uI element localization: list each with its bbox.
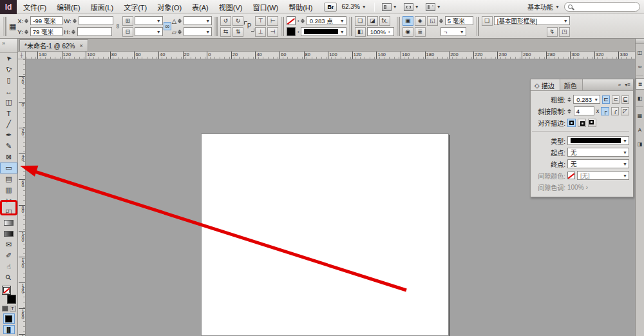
transparency-button[interactable]: ◧ (355, 27, 366, 37)
fx-menu-button[interactable]: fx. (379, 16, 390, 26)
align-right-button[interactable]: ⊣ (267, 27, 278, 37)
corner-size-stepper[interactable] (439, 19, 444, 23)
stroke-type-combo[interactable]: ▼ (567, 136, 629, 145)
gap-color-combo[interactable]: [无] ▼ (577, 171, 629, 180)
stroke-type-combo[interactable]: ▼ (301, 27, 346, 36)
wrap-object-shape-button[interactable]: ◉ (402, 27, 413, 37)
y-stepper[interactable] (24, 30, 29, 34)
pages-panel-icon[interactable]: ◫ (636, 46, 644, 58)
search-box[interactable] (564, 2, 640, 12)
scale-x-combo[interactable]: ▼ (135, 16, 163, 25)
stroke-panel-icon[interactable]: ≣ (636, 78, 644, 90)
note-tool[interactable]: ✉ (0, 239, 17, 250)
align-stroke-outside-button[interactable] (588, 119, 596, 127)
h-stepper[interactable] (71, 30, 76, 34)
scissors-tool[interactable]: ✂ (0, 195, 17, 206)
document-tab[interactable]: *未命名-1 @ 62% × (19, 39, 88, 51)
rotate-cw-button[interactable]: ↻ (232, 16, 243, 26)
toolbox-collapse-chevrons[interactable]: » (0, 39, 17, 53)
gradient-feather-tool[interactable] (0, 228, 17, 239)
wrap-bounding-box-button[interactable]: ◈ (415, 16, 426, 26)
projecting-cap-button[interactable]: ⊑ (621, 95, 629, 104)
page-tool[interactable]: ▯ (0, 75, 17, 86)
gradient-swatch-tool[interactable] (0, 217, 17, 228)
rectangle-frame-tool[interactable]: ⊠ (0, 152, 17, 163)
close-icon[interactable]: × (80, 43, 83, 49)
miter-join-button[interactable]: ┌ (601, 107, 609, 115)
menu-item-8[interactable]: 帮助(H) (283, 0, 317, 14)
content-collector-tool[interactable]: ◫ (0, 97, 17, 108)
w-field[interactable] (79, 16, 113, 25)
stroke-weight-combo[interactable]: 0.283 点 ▼ (307, 16, 346, 25)
fill-flyout-arrow[interactable]: › (298, 29, 299, 35)
stroke-flyout-arrow[interactable]: › (298, 18, 299, 24)
align-left-button[interactable]: ⊢ (267, 16, 278, 26)
vertical-grid-tool[interactable]: ▥ (0, 184, 17, 195)
rotation-stepper[interactable] (178, 19, 182, 23)
no-text-wrap-button[interactable]: ▣ (402, 16, 413, 26)
fill-color-swatch[interactable] (287, 27, 296, 36)
menu-item-2[interactable]: 版面(L) (86, 0, 118, 14)
weight-stepper[interactable] (567, 97, 571, 102)
line-tool[interactable]: ╱ (0, 119, 17, 130)
corner-size-field[interactable] (445, 16, 473, 25)
links-panel-icon[interactable]: ∞ (636, 61, 644, 72)
selection-tool[interactable]: ➤ (0, 53, 17, 64)
align-bottom-button[interactable]: ⊥ (255, 27, 266, 37)
stroke-swatch[interactable] (2, 286, 11, 295)
tab-stroke[interactable]: ◇ 描边 (531, 79, 560, 90)
swatches-panel-icon[interactable]: ◧ (636, 92, 644, 104)
opacity-combo[interactable]: 100% › (367, 27, 394, 36)
corner-shape-combo[interactable]: ¬ ▼ (440, 27, 466, 36)
x-stepper[interactable] (24, 19, 29, 23)
flip-vertical-button[interactable]: ⇅ (232, 27, 243, 37)
pen-tool[interactable]: ✒ (0, 130, 17, 141)
clear-overrides-button[interactable]: ◳ (559, 27, 570, 37)
menu-item-4[interactable]: 对象(O) (152, 0, 187, 14)
jump-object-button[interactable]: ≣ (415, 27, 426, 37)
ruler-origin-box[interactable]: ┼ (18, 52, 26, 59)
panel-grip[interactable] (3, 17, 6, 36)
formatting-affects-container-button[interactable] (2, 306, 8, 311)
menu-item-7[interactable]: 窗口(W) (247, 0, 283, 14)
character-styles-panel-icon[interactable]: ◨ (636, 138, 644, 150)
arrange-documents-dropdown[interactable]: ▼ (423, 2, 444, 12)
weight-combo[interactable]: 0.283 ▼ (573, 95, 600, 104)
apply-color-button[interactable] (3, 313, 15, 324)
reference-point-proxy[interactable]: ▦ (9, 22, 16, 31)
menu-item-0[interactable]: 文件(F) (18, 0, 52, 14)
table-panel-icon[interactable]: ▦ (636, 110, 644, 121)
drop-shadow-button[interactable]: ❏ (355, 16, 366, 26)
rectangle-tool[interactable]: ▭ (0, 163, 17, 173)
panel-collapse-arrows-icon[interactable]: » (618, 82, 621, 88)
x-field[interactable] (30, 16, 62, 25)
y-field[interactable] (30, 27, 62, 36)
direct-selection-tool[interactable]: ➤ (0, 64, 17, 75)
scale-y-combo[interactable]: ▼ (135, 27, 163, 36)
horizontal-grid-tool[interactable]: ▤ (0, 173, 17, 184)
workspace-switcher[interactable]: 基本功能 ▼ (524, 1, 563, 13)
search-input[interactable] (575, 3, 633, 10)
menu-item-5[interactable]: 表(A) (187, 0, 214, 14)
panel-menu-icon[interactable]: ▾≡ (625, 82, 630, 88)
miter-field[interactable] (574, 106, 594, 115)
menu-item-3[interactable]: 文字(T) (118, 0, 152, 14)
end-combo[interactable]: 无 ▼ (567, 159, 629, 168)
w-stepper[interactable] (73, 19, 77, 23)
quick-apply-button[interactable]: ↯ (547, 27, 558, 37)
zoom-tool[interactable]: ⚲ (0, 272, 17, 283)
constrain-dimensions-link-icon[interactable]: ∞ (114, 23, 121, 30)
align-stroke-center-button[interactable] (567, 119, 576, 127)
normal-view-mode-button[interactable]: ▐▌ (3, 325, 15, 334)
h-field[interactable] (77, 27, 112, 36)
free-transform-tool[interactable]: ◰ (0, 206, 17, 217)
pencil-tool[interactable]: ✎ (0, 141, 17, 152)
formatting-affects-text-button[interactable]: T (10, 306, 16, 311)
menu-item-6[interactable]: 视图(V) (214, 0, 248, 14)
align-top-button[interactable]: ⊤ (255, 16, 266, 26)
start-combo[interactable]: 无 ▼ (567, 148, 629, 157)
eyedropper-tool[interactable]: ✐ (0, 250, 17, 261)
flip-horizontal-button[interactable]: ⇆ (220, 27, 231, 37)
tab-color[interactable]: 颜色 (560, 79, 583, 90)
bridge-button[interactable]: Br (324, 3, 337, 12)
